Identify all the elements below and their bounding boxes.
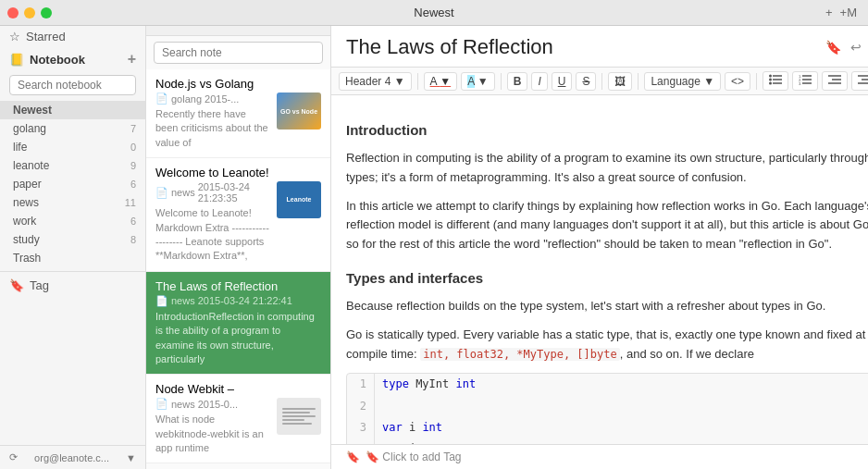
font-bg-button[interactable]: A ▼ — [461, 72, 495, 91]
note-notebook: news — [171, 399, 195, 410]
traffic-lights — [7, 7, 52, 19]
underline-button[interactable]: U — [552, 72, 573, 91]
ordered-list-button[interactable]: 1.2.3. — [792, 71, 818, 91]
note-preview: Recently there have been criticisms abou… — [155, 107, 271, 150]
sidebar-item-label: news — [13, 196, 39, 209]
types-paragraph-1: Because reflection builds on the type sy… — [346, 297, 868, 316]
sync-icon[interactable]: ⟳ — [9, 451, 18, 463]
add-note-button[interactable]: + — [825, 6, 833, 19]
note-title: Node.js vs Golang — [155, 77, 321, 91]
note-date: 2015-03-24 21:22:41 — [198, 295, 292, 306]
note-date: 2015-0... — [198, 399, 238, 410]
sidebar-item-leanote[interactable]: leanote 9 — [0, 156, 145, 175]
line-content: var i int — [375, 417, 450, 438]
sidebar-item-count: 6 — [130, 216, 136, 227]
note-content: 📄 golang 2015-... Recently there have be… — [155, 93, 321, 150]
note-text: 📄 news 2015-03-24 21:23:35 Welcome to Le… — [155, 181, 271, 264]
chevron-down-icon[interactable]: ▼ — [126, 452, 136, 463]
header-style-button[interactable]: Header 4 ▼ — [339, 72, 412, 91]
close-button[interactable] — [7, 7, 19, 19]
titlebar-actions: + +M — [825, 6, 857, 19]
image-button[interactable]: 🖼 — [608, 72, 632, 91]
sidebar-item-label: work — [13, 215, 36, 228]
list-item[interactable]: Welcome to Leanote! 📄 news 2015-03-24 21… — [146, 158, 330, 272]
indent-button[interactable] — [822, 71, 848, 91]
bold-button[interactable]: B — [507, 72, 528, 91]
list-item[interactable]: The Laws of Reflection 📄 news 2015-03-24… — [146, 272, 330, 376]
outdent-button[interactable] — [851, 71, 868, 91]
sidebar-item-news[interactable]: news 11 — [0, 193, 145, 212]
note-title: Welcome to Leanote! — [155, 166, 321, 179]
minimize-button[interactable] — [24, 7, 35, 19]
dropdown-arrow: ▼ — [477, 75, 489, 88]
sidebar-item-starred[interactable]: ☆ Starred — [0, 26, 145, 47]
add-notebook-button[interactable]: + — [128, 51, 136, 68]
editor-body[interactable]: Introduction Reflection in computing is … — [331, 95, 868, 444]
note-meta: 📄 news 2015-0... — [155, 398, 271, 410]
note-meta: 📄 news 2015-03-24 21:23:35 — [155, 181, 271, 204]
note-preview: What is node webkitnode-webkit is an app… — [155, 413, 271, 455]
sidebar-item-label: study — [13, 233, 40, 246]
italic-button[interactable]: I — [531, 72, 547, 91]
sidebar-item-study[interactable]: study 8 — [0, 230, 145, 249]
line-content — [375, 396, 396, 417]
note-search-input[interactable] — [154, 42, 323, 64]
unordered-list-button[interactable] — [763, 71, 788, 91]
font-color-label: A — [430, 75, 437, 88]
notebook-icon: 📒 — [9, 53, 24, 67]
editor-title-icons: 🔖 ↩ ↗ — [825, 40, 868, 55]
toolbar-separator — [501, 73, 502, 90]
history-icon[interactable]: ↩ — [850, 40, 862, 55]
types-p2-code: int, float32, *MyType, []byte — [420, 348, 620, 361]
sidebar-item-count: 7 — [130, 123, 136, 134]
language-button[interactable]: Language ▼ — [644, 72, 721, 91]
code-line: 1 type MyInt int — [347, 374, 868, 395]
line-number: 2 — [347, 396, 375, 417]
types-paragraph-2: Go is statically typed. Every variable h… — [346, 326, 868, 364]
note-icon: 📄 — [155, 93, 168, 105]
add-tag-label[interactable]: 🔖 Click to add Tag — [366, 450, 462, 463]
note-icon: 📄 — [155, 398, 168, 410]
more-button[interactable]: +M — [840, 6, 857, 19]
line-number: 1 — [347, 374, 375, 395]
sidebar-item-paper[interactable]: paper 6 — [0, 175, 145, 193]
sidebar-item-work[interactable]: work 6 — [0, 212, 145, 230]
note-content: 📄 news 2015-03-24 21:22:41 IntroductionR… — [155, 295, 321, 367]
editor: The Laws of Reflection 🔖 ↩ ↗ Header 4 ▼ … — [331, 26, 868, 469]
types-p2-suffix: , and so on. If we declare — [620, 347, 754, 361]
note-text: 📄 golang 2015-... Recently there have be… — [155, 93, 271, 150]
note-notebook: news — [171, 187, 195, 198]
maximize-button[interactable] — [41, 7, 52, 19]
bookmark-icon[interactable]: 🔖 — [825, 40, 841, 55]
line-number: 3 — [347, 417, 375, 438]
svg-point-5 — [769, 82, 772, 85]
svg-text:3.: 3. — [799, 81, 801, 86]
strikethrough-button[interactable]: S — [576, 72, 596, 91]
user-account[interactable]: org@leanote.c... — [34, 452, 109, 463]
note-items: Node.js vs Golang 📄 golang 2015-... Rece… — [146, 69, 330, 469]
code-line: 3 var i int — [347, 417, 868, 438]
sidebar-item-trash[interactable]: Trash — [0, 249, 145, 267]
svg-point-3 — [769, 75, 772, 78]
editor-toolbar: Header 4 ▼ A ▼ A ▼ B I U S 🖼 Language ▼ … — [331, 68, 868, 95]
notebook-search-input[interactable] — [9, 75, 136, 95]
editor-footer[interactable]: 🔖 🔖 Click to add Tag — [331, 444, 868, 469]
sidebar-item-count: 6 — [130, 179, 136, 190]
list-item[interactable]: Node Webkit – 📄 news 2015-0... What is n… — [146, 375, 330, 463]
note-text: 📄 news 2015-03-24 21:22:41 IntroductionR… — [155, 295, 321, 367]
list-item[interactable]: Node.js vs Golang 📄 golang 2015-... Rece… — [146, 69, 330, 158]
sidebar-item-label: life — [13, 141, 27, 154]
code-button[interactable]: <> — [725, 72, 750, 91]
sidebar-item-golang[interactable]: golang 7 — [0, 119, 145, 138]
sidebar-item-life[interactable]: life 0 — [0, 138, 145, 156]
toolbar-separator — [601, 73, 602, 90]
note-notebook: news — [171, 295, 195, 306]
sidebar-item-newest[interactable]: Newest — [0, 101, 145, 119]
intro-paragraph-2: In this article we attempt to clarify th… — [346, 197, 868, 254]
line-content: type MyInt int — [375, 374, 483, 395]
note-content: 📄 news 2015-03-24 21:23:35 Welcome to Le… — [155, 181, 321, 264]
sidebar-item-tag[interactable]: 🔖 Tag — [0, 276, 145, 295]
note-title: Node Webkit – — [155, 382, 321, 396]
sidebar-bottom: ⟳ org@leanote.c... ▼ — [0, 445, 145, 469]
font-color-button[interactable]: A ▼ — [424, 72, 458, 91]
